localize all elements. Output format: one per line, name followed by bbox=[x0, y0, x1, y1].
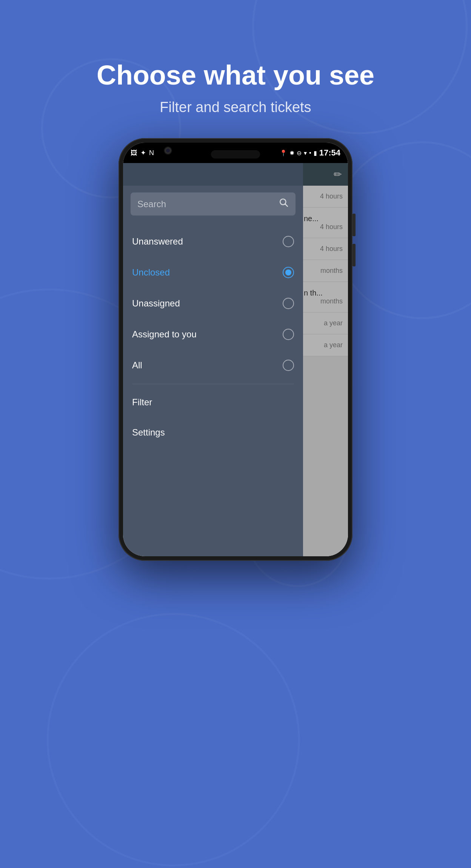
search-input[interactable]: Search bbox=[137, 199, 274, 209]
phone-screen: 🖼 ✦ N 📍 ✸ ⊖ ▾ ▪ ▮ 17:54 bbox=[123, 143, 348, 556]
status-icons-left: 🖼 ✦ N bbox=[131, 149, 154, 157]
menu-item-unassigned[interactable]: Unassigned bbox=[123, 288, 303, 319]
navigation-drawer: Search Unan bbox=[123, 163, 303, 556]
status-time: 17:54 bbox=[319, 148, 340, 158]
battery-icon: ▮ bbox=[314, 149, 317, 157]
phone-frame: 🖼 ✦ N 📍 ✸ ⊖ ▾ ▪ ▮ 17:54 bbox=[119, 138, 352, 561]
menu-label-all: All bbox=[132, 360, 142, 371]
menu-label-unassigned: Unassigned bbox=[132, 298, 180, 309]
bluetooth-icon: ✸ bbox=[289, 149, 294, 157]
drawer-header bbox=[123, 163, 303, 186]
location-icon: 📍 bbox=[280, 149, 287, 157]
menu-item-assigned-to-you[interactable]: Assigned to you bbox=[123, 319, 303, 350]
menu-item-unclosed[interactable]: Unclosed bbox=[123, 257, 303, 288]
sub-title: Filter and search tickets bbox=[0, 99, 471, 115]
radio-all[interactable] bbox=[283, 360, 294, 371]
phone-speaker bbox=[211, 150, 260, 159]
signal-icon: ▪ bbox=[309, 149, 311, 156]
radio-assigned-to-you[interactable] bbox=[283, 329, 294, 340]
svg-line-1 bbox=[285, 204, 288, 206]
radio-unanswered[interactable] bbox=[283, 236, 294, 247]
search-container: Search bbox=[123, 186, 303, 222]
menu-list: Unanswered Unclosed Unassigned bbox=[123, 222, 303, 451]
search-icon bbox=[279, 198, 289, 210]
menu-label-settings: Settings bbox=[132, 427, 165, 438]
menu-item-settings[interactable]: Settings bbox=[123, 417, 303, 448]
volume-down-button[interactable] bbox=[352, 244, 356, 266]
drawer-overlay bbox=[299, 163, 348, 556]
dnd-icon: ⊖ bbox=[297, 149, 302, 157]
wifi-icon: ▾ bbox=[304, 149, 307, 157]
image-status-icon: 🖼 bbox=[131, 149, 137, 157]
menu-label-unclosed: Unclosed bbox=[132, 267, 170, 278]
menu-label-assigned-to-you: Assigned to you bbox=[132, 329, 197, 340]
menu-item-filter[interactable]: Filter bbox=[123, 387, 303, 417]
menu-item-all[interactable]: All bbox=[123, 350, 303, 381]
header-section: Choose what you see Filter and search ti… bbox=[0, 0, 471, 138]
main-title: Choose what you see bbox=[0, 60, 471, 90]
menu-item-unanswered[interactable]: Unanswered bbox=[123, 226, 303, 257]
app-screen: ✏ 4 hours ne... 4 hours 4 hours months bbox=[123, 163, 348, 556]
volume-up-button[interactable] bbox=[352, 214, 356, 236]
status-icons-right: 📍 ✸ ⊖ ▾ ▪ ▮ 17:54 bbox=[280, 148, 340, 158]
notif-status-icon: N bbox=[149, 149, 154, 157]
phone-wrapper: 🖼 ✦ N 📍 ✸ ⊖ ▾ ▪ ▮ 17:54 bbox=[0, 138, 471, 561]
radio-unclosed[interactable] bbox=[283, 267, 294, 278]
radio-unassigned[interactable] bbox=[283, 298, 294, 309]
menu-divider bbox=[132, 384, 294, 384]
menu-label-filter: Filter bbox=[132, 397, 152, 408]
sync-status-icon: ✦ bbox=[140, 149, 146, 157]
search-box[interactable]: Search bbox=[131, 192, 296, 215]
menu-label-unanswered: Unanswered bbox=[132, 236, 183, 247]
